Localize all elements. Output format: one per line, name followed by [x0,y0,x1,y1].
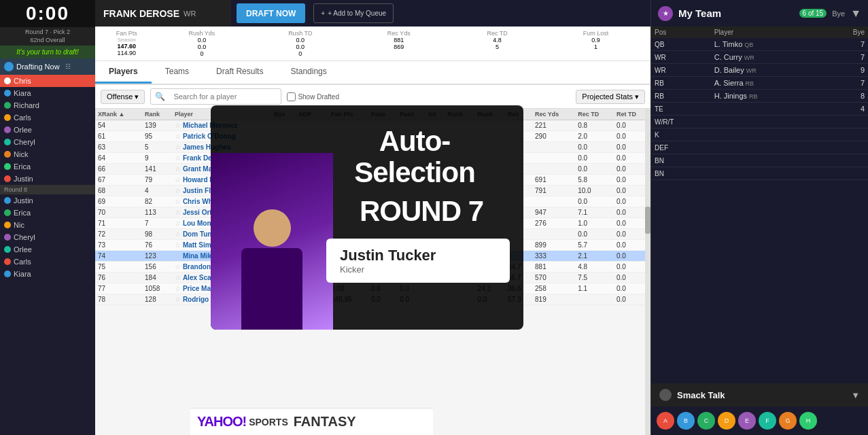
xrank-cell: 77 [95,283,142,294]
rec-yds-cell [532,142,575,153]
roster-pos: WR [651,64,711,77]
team-dot-icon [4,175,11,182]
draft-now-button[interactable]: DRAFT NOW [237,3,305,23]
team-item-label: Cheryl [14,233,35,241]
round-info: Round 7 · Pick 2 62nd Overall [0,27,95,46]
scrollbar-track[interactable] [645,109,650,435]
sidebar-team-item[interactable]: Orlee [0,124,95,136]
roster-bye [826,141,868,154]
rec-td-cell: 0.0 [575,164,614,175]
drafting-now-label: Drafting Now ☷ [0,58,95,75]
star-icon[interactable]: ☆ [175,209,181,216]
smack-talk-icon [659,389,672,401]
star-icon[interactable]: ☆ [175,187,181,194]
roster-pos: BN [651,154,711,167]
team-item-label: Kiara [14,270,31,278]
star-icon[interactable]: ☆ [175,241,181,249]
roster-col-pos: Pos [651,27,711,38]
smack-talk-avatar[interactable]: H [799,412,817,430]
star-icon[interactable]: ☆ [175,133,181,140]
roster-row: WR D. BaileyWR 9 [651,64,868,77]
player-search-input[interactable] [168,90,277,103]
sidebar-team-item[interactable]: Orlee [0,243,95,256]
show-drafted-checkbox-label[interactable]: Show Drafted [287,92,339,101]
col-header[interactable]: Rec TD [575,109,614,120]
sidebar-team-item[interactable]: Carls [0,111,95,124]
sidebar-team-item[interactable]: Nic [0,219,95,231]
rank-cell: 156 [142,262,172,273]
star-icon[interactable]: ☆ [175,165,181,173]
col-header[interactable]: Rank [142,109,172,120]
rank-cell: 95 [142,131,172,142]
auto-selection-title: Auto-Selection [211,105,523,195]
star-icon[interactable]: ☆ [175,220,181,227]
sidebar-team-item[interactable]: Kiara [0,87,95,99]
sidebar-team-item[interactable]: Erica [0,160,95,173]
rec-yds-cell: 290 [532,131,575,142]
roster-player [711,167,826,180]
sidebar-team-item[interactable]: Justin [0,194,95,207]
smack-talk-avatar[interactable]: C [697,412,715,430]
col-header[interactable]: XRank ▲ [95,109,142,120]
xrank-cell: 63 [95,142,142,153]
tab-teams[interactable]: Teams [152,61,203,84]
tab-players[interactable]: Players [95,61,152,84]
team-item-label: Nick [14,150,28,158]
rec-yds-cell [532,164,575,175]
tab-draft-results[interactable]: Draft Results [203,61,277,84]
roster-row: DEF [651,141,868,154]
team-item-label: Kiara [14,89,31,97]
tab-standings[interactable]: Standings [277,61,340,84]
col-header[interactable]: Rec Yds [532,109,575,120]
star-icon[interactable]: ☆ [175,296,181,303]
add-to-queue-button[interactable]: + + Add to My Queue [313,3,394,23]
star-icon[interactable]: ☆ [175,154,181,162]
auto-selection-overlay: Auto-Selection ROUND 7 Justin Tucker Kic… [211,105,523,330]
star-icon[interactable]: ☆ [175,252,181,260]
sidebar-team-item[interactable]: Cheryl [0,231,95,243]
team-item-label: Justin [14,175,33,183]
yahoo-logo: YAHOO! [197,414,246,430]
sidebar-team-item[interactable]: Kiara [0,268,95,280]
smack-talk-avatar[interactable]: A [657,412,674,430]
rec-td-cell: 10.0 [575,186,614,196]
rank-cell: 5 [142,142,172,153]
star-icon[interactable]: ☆ [175,285,181,292]
sidebar-team-item[interactable]: Nick [0,148,95,160]
star-icon[interactable]: ☆ [175,198,181,205]
team-dot-icon [4,126,11,133]
star-icon[interactable]: ☆ [175,263,181,271]
sidebar-team-item[interactable]: Carls [0,256,95,268]
scroll-down-icon[interactable]: ▼ [850,7,861,20]
smack-talk-avatar[interactable]: E [738,412,756,430]
offense-filter[interactable]: Offense ▾ [101,90,145,104]
rec-yds-cell: 899 [532,240,575,251]
smack-talk-avatar[interactable]: G [779,412,797,430]
star-icon[interactable]: ☆ [175,176,181,184]
star-icon[interactable]: ☆ [175,122,181,129]
roster-row: W/R/T [651,116,868,128]
sidebar-team-item[interactable]: Justin [0,173,95,185]
main-tabs: PlayersTeamsDraft ResultsStandings [95,61,650,85]
roster-pos: W/R/T [651,116,711,128]
star-icon[interactable]: ☆ [175,143,181,151]
star-icon[interactable]: ☆ [175,230,181,238]
rank-cell: 141 [142,164,172,175]
sidebar-team-item[interactable]: Cheryl [0,136,95,148]
smack-talk-avatar[interactable]: D [718,412,735,430]
sidebar-team-item[interactable]: Erica [0,207,95,219]
projected-stats-button[interactable]: Projected Stats ▾ [576,90,645,104]
rec-yds-cell: 881 [532,262,575,273]
scrollbar-thumb[interactable] [645,207,650,234]
smack-talk-avatar[interactable]: B [677,412,695,430]
xrank-cell: 74 [95,251,142,262]
sidebar-team-item[interactable]: Richard [0,99,95,111]
team-icon: ★ [658,6,673,21]
smack-talk-header[interactable]: Smack Talk ▼ [651,383,868,406]
smack-talk-avatar[interactable]: F [759,412,776,430]
rank-cell: 79 [142,175,172,186]
show-drafted-checkbox[interactable] [287,92,296,101]
sidebar-team-item[interactable]: Chris [0,75,95,87]
star-icon[interactable]: ☆ [175,274,181,281]
rec-td-cell: 2.1 [575,251,614,262]
